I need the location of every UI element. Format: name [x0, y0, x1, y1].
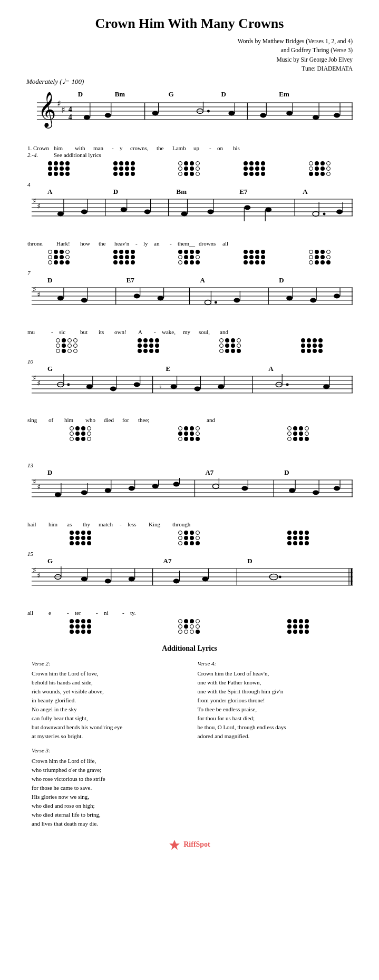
- svg-point-95: [158, 296, 164, 300]
- svg-point-20: [105, 113, 111, 117]
- svg-point-155: [55, 493, 61, 497]
- svg-text:A7: A7: [205, 468, 213, 476]
- svg-text:Bm: Bm: [115, 90, 125, 98]
- svg-point-61: [181, 211, 188, 216]
- svg-point-193: [81, 577, 88, 582]
- svg-text:♯: ♯: [33, 197, 36, 205]
- svg-text:4: 4: [69, 113, 72, 121]
- lyrics-columns: Verse 2: Crown him the Lord of love,beho…: [32, 659, 347, 828]
- chord-diagram-G-1: [178, 161, 200, 176]
- svg-point-157: [81, 491, 88, 495]
- svg-point-53: [57, 211, 64, 216]
- svg-point-124: [86, 384, 93, 389]
- lyrics-column-right: Verse 4: Crown him the Lord of heav'n,on…: [198, 659, 348, 828]
- lyrics-row-2: throne. Hark! how the heav'n - ly an - t…: [21, 240, 358, 247]
- attribution: Words by Matthew Bridges (Verses 1, 2, a…: [21, 37, 358, 73]
- svg-text:D: D: [47, 276, 52, 284]
- svg-text:♯: ♯: [33, 566, 36, 574]
- svg-point-55: [81, 209, 88, 214]
- svg-text:E7: E7: [127, 276, 135, 284]
- svg-point-102: [286, 296, 293, 300]
- svg-point-173: [313, 491, 319, 495]
- staff-svg-1: 𝄞 ♯ ♯ 4 4 D Bm G D Em: [21, 87, 358, 145]
- measure-number-4: 10: [27, 358, 358, 365]
- lyrics-row-1b: 2.-4. See additional lyrics: [21, 152, 358, 158]
- svg-text:G: G: [169, 90, 174, 98]
- svg-point-165: [173, 482, 180, 487]
- chord-diagrams-4: [26, 426, 353, 441]
- riffspot-brand: RiffSpot: [21, 839, 358, 858]
- svg-point-159: [105, 488, 111, 493]
- svg-text:♯: ♯: [33, 286, 36, 293]
- staff-section-6: 15 ♯ ♯ G A7 D: [21, 551, 358, 634]
- svg-point-123: [67, 383, 70, 386]
- svg-text:♯: ♯: [37, 291, 41, 299]
- svg-point-57: [121, 207, 127, 212]
- svg-point-197: [129, 577, 135, 582]
- svg-point-106: [334, 293, 340, 298]
- svg-point-140: [323, 384, 329, 389]
- staff-svg-2: ♯ ♯ A D Bm E7 A: [21, 188, 358, 240]
- staff-svg-6: ♯ ♯ G A7 D: [21, 557, 358, 610]
- lyrics-row-3: mu - sic but its own! A - wake, my soul,…: [21, 329, 358, 335]
- svg-text:♯: ♯: [33, 374, 36, 381]
- riffspot-icon: [169, 839, 180, 850]
- svg-point-126: [110, 386, 116, 391]
- svg-point-201: [202, 577, 208, 582]
- chord-diagram-D-2: [244, 161, 266, 176]
- verse-2-text: Crown him the Lord of love,behold his ha…: [32, 669, 182, 741]
- verse-4-title: Verse 4:: [198, 659, 348, 668]
- svg-point-199: [173, 579, 180, 584]
- lyrics-column-left: Verse 2: Crown him the Lord of love,beho…: [32, 659, 182, 828]
- chord-diagrams-5: [26, 531, 353, 545]
- svg-point-26: [207, 110, 210, 112]
- svg-point-131: [171, 384, 177, 389]
- measure-number-6: 15: [27, 551, 358, 557]
- svg-point-31: [286, 111, 293, 115]
- svg-text:♯: ♯: [37, 379, 41, 387]
- verse-3-title: Verse 3:: [32, 746, 182, 755]
- svg-text:A7: A7: [163, 557, 172, 565]
- additional-lyrics-title: Additional Lyrics: [32, 644, 347, 653]
- svg-point-128: [134, 382, 140, 387]
- page-title: Crown Him With Many Crowns: [21, 16, 358, 32]
- staff-section-2: 4 ♯ ♯ A D Bm E7 A: [21, 181, 358, 264]
- svg-point-204: [279, 576, 281, 579]
- svg-point-169: [241, 486, 248, 491]
- svg-point-89: [57, 296, 64, 300]
- measure-number-2: 4: [27, 181, 358, 188]
- lyrics-row-5: hail him as thy match - less King throug…: [21, 521, 358, 527]
- svg-text:D: D: [279, 276, 284, 284]
- svg-text:D: D: [113, 188, 118, 195]
- riffspot-logo: RiffSpot: [169, 839, 210, 850]
- svg-point-18: [84, 115, 90, 120]
- chord-diagram-D-1: [48, 161, 70, 176]
- svg-point-133: [194, 386, 200, 391]
- staff-section-5: 13 ♯ ♯ D A7 D: [21, 462, 358, 545]
- page-container: Crown Him With Many Crowns Words by Matt…: [0, 0, 379, 889]
- additional-lyrics: Additional Lyrics Verse 2: Crown him the…: [21, 644, 358, 828]
- svg-text:D: D: [47, 468, 52, 476]
- svg-point-139: [286, 383, 289, 386]
- staff-svg-4: ♯ ♯ G E A ♮: [21, 365, 358, 417]
- svg-point-104: [310, 298, 316, 302]
- svg-point-35: [334, 113, 340, 117]
- tempo-marking: Moderately (♩= 100): [26, 77, 358, 86]
- svg-text:♯: ♯: [37, 572, 41, 580]
- svg-text:𝄞: 𝄞: [38, 92, 56, 129]
- svg-point-67: [265, 207, 271, 212]
- svg-text:D: D: [284, 468, 289, 476]
- staff-section-4: 10 ♯ ♯ G E A ♮: [21, 358, 358, 442]
- svg-point-163: [152, 484, 159, 489]
- svg-point-167: [212, 484, 219, 489]
- svg-point-27: [228, 111, 235, 115]
- chord-diagram-Em-1: [309, 161, 331, 176]
- attribution-line4: Tune: DIADEMATA: [21, 64, 353, 73]
- spacer-1: [21, 446, 358, 462]
- svg-point-72: [336, 209, 343, 214]
- svg-text:♯: ♯: [33, 478, 36, 486]
- svg-point-175: [334, 486, 340, 491]
- svg-text:♯: ♯: [37, 202, 41, 210]
- verse-2-title: Verse 2:: [32, 659, 182, 668]
- svg-point-171: [289, 488, 295, 493]
